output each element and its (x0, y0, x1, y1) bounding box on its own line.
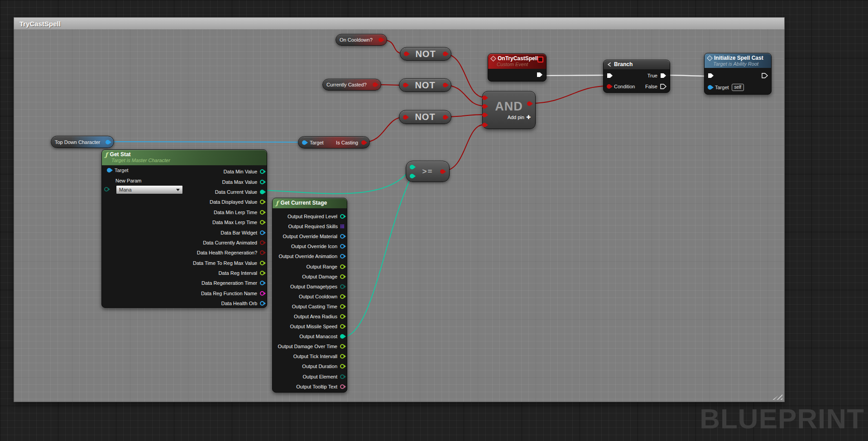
exec-output-pin[interactable] (537, 72, 543, 77)
bool-output-pin[interactable] (443, 83, 447, 87)
branch-node[interactable]: Branch True Condition False (603, 60, 670, 93)
data-output-pin[interactable] (260, 240, 264, 245)
data-output-pin[interactable] (340, 294, 345, 299)
data-output-pin[interactable] (340, 234, 345, 239)
data-output-pin[interactable] (260, 220, 264, 225)
and-input-pin-1[interactable] (482, 96, 487, 100)
comment-resize-handle[interactable] (772, 393, 782, 400)
target-input-pin[interactable] (302, 140, 307, 145)
data-output-pin[interactable] (260, 281, 264, 285)
data-output-pin[interactable] (260, 180, 264, 184)
not-node-3[interactable]: NOT (399, 110, 451, 124)
param-dropdown[interactable]: Mana (116, 185, 183, 194)
pin-row: Output Damagetypes (273, 282, 347, 292)
bool-output-pin[interactable] (361, 140, 366, 145)
add-pin-plus-icon: ✚ (526, 114, 531, 120)
target-self-chip[interactable]: self (732, 84, 744, 91)
data-output-pin[interactable] (340, 374, 345, 379)
pin-row: Output Casting Time (273, 302, 347, 312)
comment-title[interactable]: TryCastSpell (14, 17, 785, 29)
ge-input-pin-b[interactable] (410, 174, 414, 178)
data-output-pin[interactable] (340, 314, 345, 319)
data-output-pin[interactable] (340, 324, 345, 329)
data-output-pin[interactable] (340, 344, 345, 349)
variable-label: Top Down Character (55, 139, 100, 145)
exec-output-pin[interactable] (762, 73, 768, 78)
data-output-pin[interactable] (260, 261, 264, 265)
data-output-pin[interactable] (340, 264, 345, 269)
and-input-pin-3[interactable] (482, 113, 487, 117)
data-output-pin[interactable] (260, 190, 264, 194)
ge-output-pin[interactable] (440, 169, 445, 174)
bool-output-pin[interactable] (443, 115, 447, 120)
true-label: True (647, 73, 657, 78)
data-output-pin[interactable] (340, 284, 345, 289)
data-output-pin[interactable] (340, 214, 345, 219)
data-output-pin[interactable] (340, 274, 345, 279)
function-icon: ƒ (105, 152, 108, 158)
object-output-pin[interactable] (106, 140, 110, 144)
data-output-pin[interactable] (260, 210, 264, 215)
data-output-pin[interactable] (260, 250, 264, 255)
add-pin-button[interactable]: Add pin ✚ (508, 114, 531, 120)
and-node[interactable]: AND Add pin ✚ (482, 91, 536, 129)
and-input-pin-4[interactable] (482, 123, 487, 127)
data-output-pin[interactable] (340, 354, 345, 359)
bool-output-pin[interactable] (373, 82, 377, 87)
and-input-pin-2[interactable] (482, 104, 487, 109)
exec-input-pin[interactable] (607, 73, 613, 78)
data-output-pin[interactable] (260, 200, 264, 204)
data-output-pin[interactable] (260, 291, 264, 296)
event-subtitle: Custom Event (497, 62, 542, 67)
variable-node-on-cooldown[interactable]: On Cooldown? (336, 34, 387, 46)
bool-output-pin[interactable] (443, 52, 447, 56)
event-bind-icon[interactable] (537, 57, 543, 62)
data-output-pin[interactable] (340, 254, 345, 259)
bool-input-pin[interactable] (403, 83, 408, 87)
variable-node-currently-casted[interactable]: Currently Casted? (322, 79, 381, 91)
function-node-get-current-stage[interactable]: ƒ Get Current Stage Output Required Leve… (272, 198, 347, 393)
pin-row: Output Required Skills (273, 221, 347, 231)
target-input-pin[interactable] (107, 168, 111, 173)
exec-input-pin[interactable] (708, 73, 714, 78)
condition-input-pin[interactable] (607, 84, 611, 89)
pin-row: Output Manacost (273, 331, 347, 341)
event-icon (490, 56, 496, 62)
array-output-pin[interactable] (340, 225, 341, 225)
not-label: NOT (415, 80, 435, 91)
data-output-pin[interactable] (260, 301, 264, 306)
data-output-pin[interactable] (260, 169, 264, 174)
true-exec-pin[interactable] (660, 73, 667, 78)
bool-input-pin[interactable] (403, 115, 408, 120)
pin-label: Output Range (307, 264, 338, 269)
not-node-1[interactable]: NOT (400, 47, 451, 61)
data-output-pin[interactable] (260, 271, 264, 275)
data-output-pin[interactable] (260, 230, 264, 235)
and-output-pin[interactable] (527, 101, 532, 106)
pin-label: Output Casting Time (292, 304, 337, 309)
pin-row: Data Currently Animated (102, 238, 267, 248)
function-node-get-stat[interactable]: ƒ Get Stat Target is Master Character Ta… (101, 149, 267, 308)
pin-label: Output Tooltip Text (296, 384, 337, 389)
variable-node-top-down-character[interactable]: Top Down Character (51, 136, 114, 148)
greater-equal-node[interactable]: >= (406, 161, 450, 182)
data-output-pin[interactable] (340, 364, 345, 369)
blueprint-graph-canvas[interactable]: BLUEPRINT TryCastSpell On Cooldown? NOT (0, 0, 868, 441)
pin-label: Output Missile Speed (290, 324, 337, 329)
not-node-2[interactable]: NOT (399, 78, 451, 92)
param-enum-pin[interactable] (104, 187, 109, 192)
data-output-pin[interactable] (340, 384, 345, 389)
bool-output-pin[interactable] (379, 38, 383, 42)
false-exec-pin[interactable] (660, 84, 667, 89)
pin-label: Output Damage Over Time (278, 344, 337, 349)
target-input-pin[interactable] (708, 85, 712, 90)
function-node-is-casting[interactable]: Target Is Casting (298, 136, 370, 149)
data-output-pin[interactable] (340, 244, 345, 249)
call-node-initialize-spell-cast[interactable]: Initialize Spell Cast Target is Ability … (704, 53, 772, 95)
bool-input-pin[interactable] (404, 52, 408, 56)
event-node-ontrycastspell[interactable]: OnTryCastSpell Custom Event (488, 53, 547, 81)
data-output-pin[interactable] (340, 334, 345, 339)
pin-row: Data Min Lerp Time (102, 207, 267, 217)
data-output-pin[interactable] (340, 304, 345, 309)
ge-input-pin-a[interactable] (410, 165, 414, 169)
